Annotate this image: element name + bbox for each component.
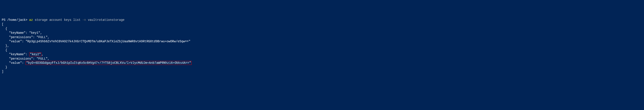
json-obj2-open: {	[2, 48, 7, 52]
json-obj1-value-label: "value":	[2, 40, 26, 43]
json-obj2-permissions: "permissions": "FULL",	[2, 57, 49, 61]
json-open-bracket: [	[2, 23, 4, 26]
json-obj1-keyname-value: "key1"	[29, 31, 40, 35]
json-comma: ,	[42, 52, 43, 56]
json-obj1-close: },	[2, 44, 9, 47]
json-comma: ,	[40, 31, 42, 35]
prompt-ps: PS	[2, 18, 7, 22]
command-flag: -n	[82, 18, 86, 22]
json-obj1-keyname: "keyName":	[2, 31, 29, 35]
highlighted-keyname: "key2"	[29, 52, 42, 56]
json-obj2-keyname: "keyName":	[2, 52, 29, 56]
json-obj1-value: "Rp3gLp4Shb6ZvYehC8VA927k4JXGrCTQxMDTm/u…	[26, 40, 190, 43]
json-obj2-close: }	[2, 66, 7, 69]
terminal-output: PS /home/jack> az storage account keys l…	[0, 17, 644, 75]
json-obj2-keyname-value: "key2"	[30, 52, 41, 56]
highlighted-value: "byD+6D3GGdgayFfxJ/bGh1pIuItqKx5c6HVg47+…	[26, 61, 192, 65]
command-args: storage account keys list	[33, 18, 82, 22]
json-obj1-permissions: "permissions": "FULL",	[2, 35, 49, 39]
json-obj2-value: "byD+6D3GGdgayFfxJ/bGh1pIuItqKx5c6HVg47+…	[26, 61, 191, 65]
json-obj2-value-label: "value":	[2, 61, 26, 65]
command-account: vaultrotationstorage	[86, 18, 124, 22]
prompt-path: /home/jack>	[7, 18, 27, 22]
json-obj1-open: {	[2, 27, 7, 30]
command-az: az	[28, 18, 33, 22]
json-close-bracket: ]	[2, 70, 4, 73]
